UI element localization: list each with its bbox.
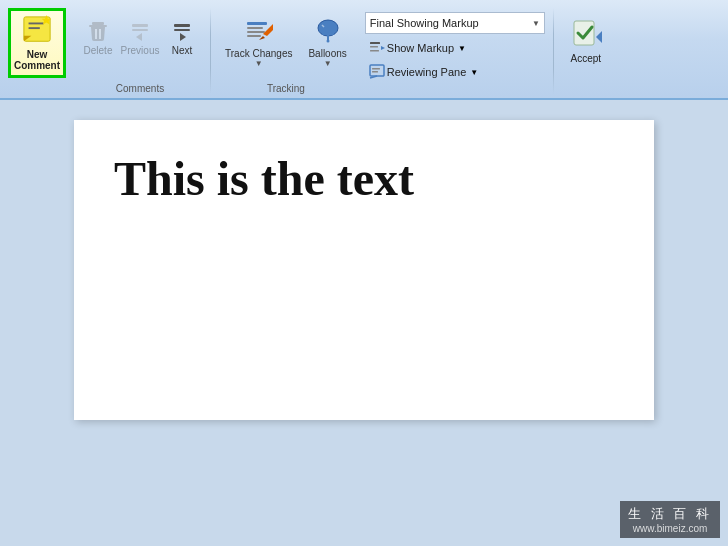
show-markup-label: Show Markup — [387, 42, 454, 54]
previous-icon — [128, 19, 152, 43]
svg-rect-20 — [322, 33, 334, 35]
svg-marker-14 — [180, 33, 186, 41]
svg-rect-24 — [370, 42, 380, 44]
svg-rect-9 — [132, 24, 148, 27]
previous-button[interactable]: Previous — [120, 12, 160, 62]
new-comment-button[interactable]: New Comment — [8, 8, 66, 78]
show-markup-button[interactable]: Show Markup ▼ — [365, 38, 545, 58]
balloons-icon — [314, 18, 342, 46]
dropdown-arrow: ▼ — [532, 19, 540, 28]
tracking-dropdown-section: Final Showing Markup ▼ Show Markup ▼ — [359, 4, 551, 98]
balloons-button[interactable]: Balloons ▼ — [302, 8, 352, 78]
svg-marker-27 — [381, 46, 385, 50]
show-markup-arrow: ▼ — [458, 44, 466, 53]
watermark: 生 活 百 科 www.bimeiz.com — [620, 501, 720, 538]
reviewing-pane-arrow: ▼ — [470, 68, 478, 77]
document-area: This is the text 生 活 百 科 www.bimeiz.com — [0, 100, 728, 546]
svg-rect-16 — [247, 27, 263, 29]
delete-button[interactable]: Delete — [78, 12, 118, 62]
track-changes-label: Track Changes — [225, 48, 292, 59]
delete-label: Delete — [84, 45, 113, 56]
svg-point-22 — [326, 40, 329, 43]
svg-marker-11 — [136, 33, 142, 41]
balloons-label: Balloons — [308, 48, 346, 59]
watermark-url: www.bimeiz.com — [633, 523, 707, 534]
svg-rect-25 — [370, 46, 378, 48]
svg-rect-2 — [29, 23, 44, 25]
balloons-arrow: ▼ — [324, 59, 332, 68]
svg-rect-6 — [89, 25, 107, 27]
accept-label: Accept — [571, 53, 602, 64]
svg-rect-12 — [174, 24, 190, 27]
final-showing-value: Final Showing Markup — [370, 17, 528, 29]
svg-rect-13 — [174, 29, 190, 31]
track-changes-icon — [245, 18, 273, 46]
svg-rect-10 — [132, 29, 148, 31]
new-comment-icon — [21, 15, 53, 45]
show-markup-icon — [369, 40, 385, 56]
accept-button[interactable]: Accept — [562, 8, 610, 72]
document-page: This is the text — [74, 120, 654, 420]
svg-rect-28 — [370, 65, 384, 76]
new-comment-section: New Comment — [2, 4, 72, 98]
final-showing-dropdown[interactable]: Final Showing Markup ▼ — [365, 12, 545, 34]
svg-marker-33 — [596, 31, 602, 43]
svg-rect-3 — [29, 27, 40, 29]
divider-1 — [210, 8, 211, 94]
next-button[interactable]: Next — [162, 12, 202, 62]
delete-icon — [86, 19, 110, 43]
svg-rect-30 — [372, 71, 378, 73]
tracking-section-label: Tracking — [213, 83, 359, 94]
track-buttons: Track Changes ▼ Balloons ▼ — [219, 8, 353, 78]
divider-2 — [553, 8, 554, 94]
ribbon: New Comment Delete — [0, 0, 728, 100]
comments-section-label: Comments — [72, 83, 208, 94]
previous-label: Previous — [121, 45, 160, 56]
comment-nav-buttons: Delete Previous Next — [78, 12, 202, 62]
svg-rect-18 — [247, 35, 261, 37]
svg-rect-17 — [247, 31, 265, 33]
reviewing-pane-button[interactable]: Reviewing Pane ▼ — [365, 62, 545, 82]
track-changes-button[interactable]: Track Changes ▼ — [219, 8, 298, 78]
new-comment-label: New Comment — [14, 49, 60, 71]
watermark-chinese: 生 活 百 科 — [628, 505, 712, 523]
reviewing-pane-label: Reviewing Pane — [387, 66, 467, 78]
svg-rect-29 — [372, 68, 380, 70]
next-label: Next — [172, 45, 193, 56]
next-icon — [170, 19, 194, 43]
final-showing-row: Final Showing Markup ▼ — [365, 12, 545, 34]
comments-section: Delete Previous Next Comments — [72, 4, 208, 98]
document-content: This is the text — [114, 150, 614, 208]
track-section: Track Changes ▼ Balloons ▼ Tracking — [213, 4, 359, 98]
track-changes-arrow: ▼ — [255, 59, 263, 68]
reviewing-pane-icon — [369, 64, 385, 80]
accept-icon — [570, 17, 602, 49]
tracking-dropdowns: Final Showing Markup ▼ Show Markup ▼ — [365, 12, 545, 82]
svg-rect-5 — [92, 22, 104, 25]
svg-rect-26 — [370, 50, 379, 52]
accept-section: Accept — [556, 4, 616, 90]
svg-rect-15 — [247, 22, 267, 25]
